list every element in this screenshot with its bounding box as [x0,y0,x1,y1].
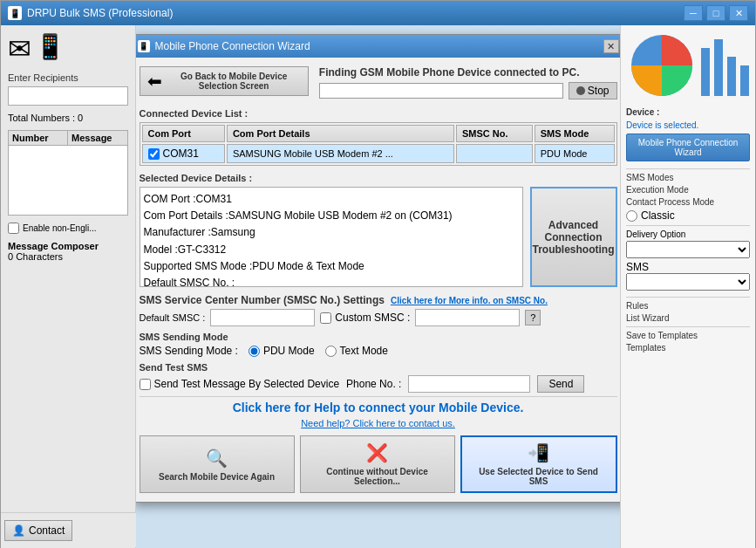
sms-label: SMS [626,261,649,273]
continue-without-button[interactable]: ❌ Continue without Device Selection... [300,435,455,493]
left-icons: ✉ 📱 [8,32,128,65]
custom-smsc-input[interactable] [415,309,520,326]
table-header: Number Message [8,130,128,146]
char-count: 0 Characters [8,251,128,262]
wizard-button[interactable]: Mobile Phone Connection Wizard [626,134,750,161]
app-content: ✉ 📱 Enter Recipients Total Numbers : 0 N… [1,25,755,548]
smsc-settings-title: SMS Service Center Number (SMSC No.) Set… [140,294,617,306]
contact-button[interactable]: 👤 Contact [4,520,72,541]
send-test-sms-title: Send Test SMS [140,362,617,373]
classic-radio-group: Classic [626,209,750,222]
recipients-input[interactable] [8,86,128,106]
delivery-option-label: Delivery Option [626,229,750,239]
sms-type-select[interactable] [626,273,750,291]
custom-smsc-checkbox[interactable] [320,312,331,324]
send-test-checkbox-group: Send Test Message By Selected Device [140,378,340,390]
detail-line-1: Com Port Details :SAMSUNG Mobile USB Mod… [144,208,519,224]
col-sms-mode-header: SMS Mode [535,125,615,142]
help-link[interactable]: Need help? Click here to contact us. [140,418,617,428]
table-row[interactable]: COM31 SAMSUNG Mobile USB Modem #2 ... PD… [142,144,615,163]
sidebar-divider-3 [626,297,750,298]
smsc-help-button[interactable]: ? [525,310,541,325]
bottom-contact-bar: 👤 Contact [1,512,136,547]
continue-icon: ❌ [366,442,388,463]
stop-button[interactable]: Stop [569,82,617,99]
phone-icon: 📱 [35,32,65,65]
text-mode-radio[interactable] [325,346,337,357]
modal-content: ⬅ Go Back to Mobile Device Selection Scr… [136,58,620,502]
sms-mode-cell: PDU Mode [535,144,615,163]
search-mobile-icon: 🔍 [206,448,228,469]
sidebar-sms-modes[interactable]: SMS Modes [626,173,750,182]
go-back-label: Go Back to Mobile Device Selection Scree… [167,72,301,91]
smsc-row: Default SMSC : Custom SMSC : ? [140,309,617,326]
sms-sending-mode-sub-label: SMS Sending Mode : [140,345,238,357]
phone-no-input[interactable] [408,375,530,393]
svg-rect-3 [727,57,736,96]
modal-close-button[interactable]: ✕ [603,39,619,53]
svg-rect-4 [740,65,749,96]
pdu-mode-option[interactable]: PDU Mode [249,345,315,357]
sidebar-rules[interactable]: Rules [626,301,750,311]
use-device-label: Use Selected Device to Send SMS [473,467,605,486]
enable-non-english-checkbox[interactable] [8,223,19,234]
modal-title: Mobile Phone Connection Wizard [155,40,603,52]
phone-no-label: Phone No. : [346,378,401,390]
right-sidebar: Device : Device is selected. Mobile Phon… [620,25,755,548]
minimize-button[interactable]: ─ [684,5,703,21]
send-test-checkbox[interactable] [140,379,151,390]
send-btn-label: Send [548,378,573,390]
delivery-option-select[interactable] [626,241,750,258]
detail-line-4: Supported SMS Mode :PDU Mode & Text Mode [144,258,519,275]
adv-troubleshoot-label: Advanced Connection Troubleshooting [533,219,615,256]
finding-text: Finding GSM Mobile Phone Device connecte… [319,66,617,79]
col-com-port-details-header: Com Port Details [227,125,454,142]
send-test-button[interactable]: Send [537,375,584,393]
detail-line-2: Manufacturer :Samsung [144,224,519,241]
sidebar-contact-process-mode[interactable]: Contact Process Mode [626,197,750,207]
maximize-button[interactable]: □ [706,5,725,21]
sidebar-list-wizard[interactable]: List Wizard [626,313,750,323]
enter-recipients-label: Enter Recipients [8,72,128,83]
text-mode-option[interactable]: Text Mode [325,345,388,357]
left-sidebar: ✉ 📱 Enter Recipients Total Numbers : 0 N… [1,25,136,548]
help-text[interactable]: Click here for Help to connect your Mobi… [140,401,617,414]
continue-label: Continue without Device Selection... [311,467,444,486]
col-number-header: Number [9,131,68,145]
close-button[interactable]: ✕ [729,5,748,21]
sidebar-divider-2 [626,225,750,226]
detail-line-5: Default SMSC No. : [144,275,519,287]
go-back-area: ⬅ Go Back to Mobile Device Selection Scr… [140,66,617,99]
smsc-info-link[interactable]: Click here for More info. on SMSC No. [391,296,548,305]
com-port-details-cell: SAMSUNG Mobile USB Modem #2 ... [227,144,454,163]
sidebar-save-templates[interactable]: Save to Templates [626,331,750,340]
details-area: COM Port :COM31 Com Port Details :SAMSUN… [140,187,617,287]
device-selected-text: Device is selected. [626,120,750,130]
app-title: DRPU Bulk SMS (Professional) [27,7,684,19]
titlebar-controls[interactable]: ─ □ ✕ [684,5,748,21]
sidebar-divider-1 [626,168,750,169]
message-composer-label: Message Composer [8,241,128,251]
enable-non-english-label[interactable]: Enable non-Engli... [8,223,128,234]
use-selected-device-button[interactable]: 📲 Use Selected Device to Send SMS [460,435,617,493]
pdu-mode-radio[interactable] [249,346,260,357]
stop-label: Stop [588,85,610,97]
progress-bar-container: Stop [319,82,617,99]
pie-chart-svg [627,31,697,100]
search-mobile-button[interactable]: 🔍 Search Mobile Device Again [140,435,295,493]
default-smsc-input[interactable] [210,309,315,326]
sidebar-execution-mode[interactable]: Execution Mode [626,185,750,195]
go-back-icon: ⬅ [147,71,162,92]
app-icon: 📱 [8,6,22,20]
device-checkbox[interactable] [148,148,160,160]
pdu-mode-label: PDU Mode [263,345,315,357]
device-details-textbox[interactable]: COM Port :COM31 Com Port Details :SAMSUN… [140,187,523,287]
search-mobile-label: Search Mobile Device Again [159,472,275,482]
progress-bar [319,83,563,99]
sidebar-templates[interactable]: Templates [626,343,750,353]
svg-rect-2 [714,39,723,96]
classic-radio[interactable] [626,210,637,222]
advanced-troubleshoot-button[interactable]: Advanced Connection Troubleshooting [530,187,617,287]
go-back-button[interactable]: ⬅ Go Back to Mobile Device Selection Scr… [140,66,309,96]
stop-icon [576,86,585,95]
